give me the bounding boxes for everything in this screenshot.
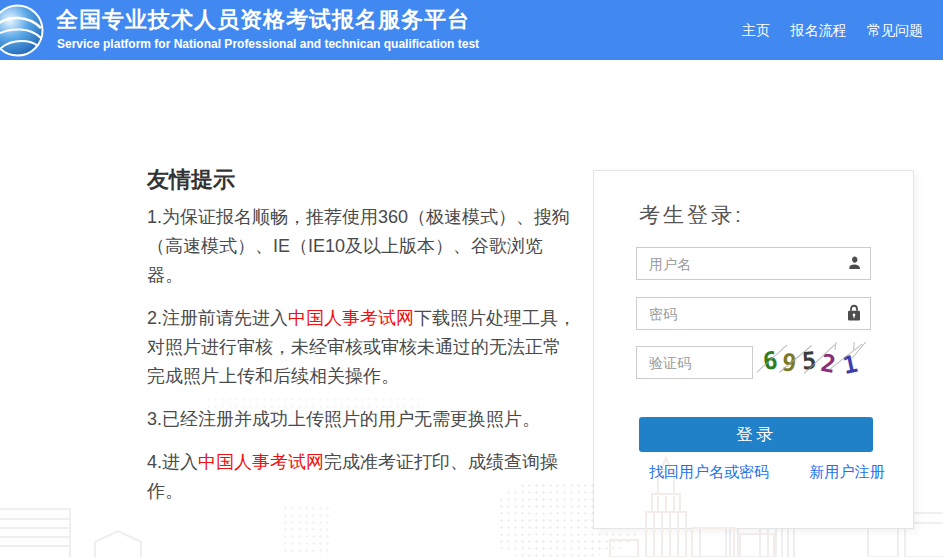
captcha-image[interactable]: 6 9 5 2 1 [757, 342, 869, 383]
login-button[interactable]: 登录 [639, 417, 873, 452]
notice-tip-3: 3.已经注册并成功上传照片的用户无需更换照片。 [147, 405, 577, 434]
site-title: 全国专业技术人员资格考试报名服务平台 [56, 5, 470, 35]
notice-heading: 友情提示 [147, 165, 235, 195]
site-subtitle: Service platform for National Profession… [57, 37, 479, 51]
captcha-input[interactable] [636, 346, 753, 379]
tip-text: 4.进入 [147, 452, 198, 472]
tip-text: 1.为保证报名顺畅，推荐使用360（极速模式）、搜狗（高速模式）、IE（IE10… [147, 207, 570, 285]
notice-tip-4: 4.进入中国人事考试网完成准考证打印、成绩查询操作。 [147, 448, 577, 506]
login-panel: 考生登录: 6 9 5 2 1 登录 找回用户名或密码 [593, 170, 914, 529]
cpta-site-link[interactable]: 中国人事考试网 [198, 452, 324, 472]
username-input[interactable] [636, 247, 871, 280]
new-user-register-link[interactable]: 新用户注册 [809, 463, 884, 480]
username-field-row [636, 247, 871, 280]
nav-registration-process[interactable]: 报名流程 [790, 22, 846, 40]
header-nav: 主页 报名流程 常见问题 咨询 [742, 21, 943, 40]
login-title: 考生登录: [639, 201, 744, 229]
captcha-field-row [636, 346, 753, 379]
login-helper-links: 找回用户名或密码 新用户注册 [649, 463, 884, 482]
forgot-credentials-link[interactable]: 找回用户名或密码 [649, 463, 769, 480]
notice-body: 1.为保证报名顺畅，推荐使用360（极速模式）、搜狗（高速模式）、IE（IE10… [147, 203, 577, 520]
globe-logo [0, 4, 44, 57]
captcha-noise-line [834, 342, 838, 350]
notice-tip-1: 1.为保证报名顺畅，推荐使用360（极速模式）、搜狗（高速模式）、IE（IE10… [147, 203, 577, 290]
header: 全国专业技术人员资格考试报名服务平台 Service platform for … [0, 0, 943, 60]
tip-text: 3.已经注册并成功上传照片的用户无需更换照片。 [147, 409, 540, 429]
captcha-digit: 6 [761, 346, 779, 376]
password-input[interactable] [636, 297, 871, 330]
cpta-site-link[interactable]: 中国人事考试网 [288, 308, 414, 328]
password-field-row [636, 297, 871, 330]
notice-tip-2: 2.注册前请先进入中国人事考试网下载照片处理工具，对照片进行审核，未经审核或审核… [147, 304, 577, 391]
captcha-digit: 1 [840, 350, 860, 380]
nav-home[interactable]: 主页 [742, 22, 770, 40]
tip-text: 2.注册前请先进入 [147, 308, 288, 328]
nav-faq[interactable]: 常见问题 [867, 22, 923, 40]
